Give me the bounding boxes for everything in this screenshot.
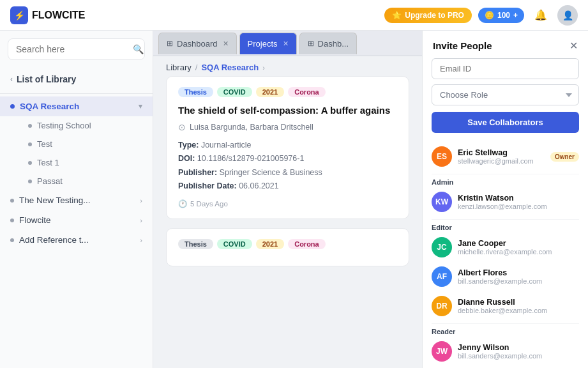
ref-title-1: The shield of self-compassion: A buffer …	[178, 103, 397, 117]
library-header[interactable]: ‹ List of Library	[0, 68, 153, 91]
sidebar-divider	[0, 93, 153, 94]
test-label: Test	[37, 139, 52, 149]
email-input[interactable]	[432, 58, 579, 79]
invite-title: Invite People	[433, 40, 492, 51]
collab-item-jenny1: JW Jenny Wilson bill.sanders@example.com	[432, 337, 579, 366]
section-editor-label: Editor	[432, 224, 579, 231]
dot-gray	[10, 218, 14, 222]
content-area: ⊞ Dashboard ✕ Projects ✕ ⊞ Dashb... Libr…	[153, 31, 422, 368]
collab-name-kristin: Kristin Watson	[458, 194, 579, 203]
tab-dashb[interactable]: ⊞ Dashb...	[299, 33, 357, 54]
top-navigation: ⚡ FLOWCITE ⭐ Upgrade to PRO 🪙 100 + 🔔 👤	[0, 0, 588, 31]
coins-button[interactable]: 🪙 100 +	[478, 8, 524, 23]
chevron-right-icon: ›	[140, 236, 142, 244]
flowcite-label: Flowcite	[19, 215, 51, 225]
save-collaborators-button[interactable]: Save Collaborators	[432, 112, 579, 133]
sidebar-item-add-reference[interactable]: Add Reference t... ›	[0, 230, 153, 250]
avatar-dianne: DR	[432, 296, 452, 316]
collab-info-jenny1: Jenny Wilson bill.sanders@example.com	[458, 343, 579, 360]
sub-items: Testing School Test Test 1 Passat	[0, 116, 153, 190]
panel-close-button[interactable]: ✕	[569, 40, 578, 52]
tabs-bar: ⊞ Dashboard ✕ Projects ✕ ⊞ Dashb...	[153, 31, 422, 56]
testing-school-label: Testing School	[37, 121, 91, 130]
tab-dashboard-label: Dashboard	[177, 39, 218, 49]
ref-meta-1: Type: Journal-article DOI: 10.1186/s1287…	[178, 139, 397, 193]
back-chevron-icon: ‹	[10, 75, 13, 84]
search-box[interactable]: 🔍	[8, 38, 145, 60]
app-logo[interactable]: ⚡ FLOWCITE	[10, 6, 86, 24]
collab-info-eric: Eric Stellwag stellwageric@gmail.com	[458, 148, 545, 165]
sub-dot	[28, 124, 32, 128]
breadcrumb-library[interactable]: Library	[166, 63, 192, 72]
avatar-icon: 👤	[562, 10, 573, 20]
avatar-kristin: KW	[432, 192, 452, 212]
breadcrumb-arrow: ›	[262, 64, 265, 72]
sidebar-item-flowcite[interactable]: Flowcite ›	[0, 210, 153, 230]
main-layout: 🔍 ‹ List of Library SQA Research ▾ Testi…	[0, 31, 588, 368]
role-select[interactable]: Choose Role Owner Admin Editor Reader	[432, 84, 579, 105]
tab-projects[interactable]: Projects ✕	[239, 33, 297, 54]
new-testing-label: The New Testing...	[19, 195, 91, 205]
section-reader-label: Reader	[432, 328, 579, 335]
panel-header: Invite People ✕	[423, 31, 588, 58]
collab-email-albert: bill.sanders@example.com	[458, 277, 579, 285]
tag-covid: COVID	[217, 87, 252, 97]
sidebar: 🔍 ‹ List of Library SQA Research ▾ Testi…	[0, 31, 153, 368]
user-avatar-button[interactable]: 👤	[557, 5, 578, 26]
collab-info-kristin: Kristin Watson kenzi.lawson@example.com	[458, 194, 579, 210]
tag-thesis: Thesis	[178, 87, 213, 97]
notification-icon: 🔔	[534, 9, 547, 21]
sub-dot	[28, 180, 32, 183]
tab-dashboard-close[interactable]: ✕	[223, 40, 229, 48]
search-input[interactable]	[16, 44, 128, 54]
tags-row-1: Thesis COVID 2021 Corona	[178, 87, 397, 97]
upgrade-label: Upgrade to PRO	[405, 11, 464, 20]
collab-info-albert: Albert Flores bill.sanders@example.com	[458, 268, 579, 285]
ref-authors-1: ⊙ Luisa Bargunda, Barbara Dritschell	[178, 122, 397, 132]
sidebar-item-new-testing[interactable]: The New Testing... ›	[0, 190, 153, 210]
owner-badge: Owner	[550, 152, 579, 162]
search-icon: 🔍	[133, 44, 144, 54]
author-names-1: Luisa Bargunda, Barbara Dritschell	[190, 123, 313, 132]
collab-name-eric: Eric Stellwag	[458, 148, 545, 157]
time-ago-1: 5 Days Ago	[190, 200, 228, 208]
collab-info-dianne: Dianne Russell debbie.baker@example.com	[458, 298, 579, 314]
collab-item-dianne: DR Dianne Russell debbie.baker@example.c…	[432, 291, 579, 321]
sqa-research-label: SQA Research	[20, 102, 79, 111]
chevron-right-icon: ›	[140, 217, 142, 224]
sidebar-item-test[interactable]: Test	[18, 135, 153, 153]
tab-projects-label: Projects	[248, 39, 278, 49]
logo-icon: ⚡	[10, 6, 28, 24]
invite-panel: Invite People ✕ Choose Role Owner Admin …	[422, 31, 588, 368]
upgrade-button[interactable]: ⭐ Upgrade to PRO	[384, 8, 472, 23]
tag-thesis-2: Thesis	[178, 239, 213, 249]
tags-row-2: Thesis COVID 2021 Corona	[178, 239, 397, 249]
tab-dashb-icon: ⊞	[308, 39, 314, 48]
sidebar-item-sqa-research[interactable]: SQA Research ▾	[0, 96, 153, 116]
coins-count: 100	[497, 11, 510, 20]
collab-item-albert: AF Albert Flores bill.sanders@example.co…	[432, 262, 579, 291]
sidebar-item-testing-school[interactable]: Testing School	[18, 116, 153, 135]
clock-icon: 🕐	[178, 199, 187, 208]
section-admin-label: Admin	[432, 178, 579, 186]
reference-card-1: Thesis COVID 2021 Corona The shield of s…	[166, 76, 409, 219]
divider	[432, 219, 579, 220]
sub-dot	[28, 142, 32, 146]
tag-corona: Corona	[288, 87, 326, 97]
sub-dot	[28, 161, 32, 165]
scroll-content: Thesis COVID 2021 Corona The shield of s…	[153, 76, 422, 368]
collab-info-jane: Jane Cooper michelle.rivera@example.com	[458, 239, 579, 256]
nav-right: ⭐ Upgrade to PRO 🪙 100 + 🔔 👤	[384, 5, 578, 26]
collab-email-jenny1: bill.sanders@example.com	[458, 352, 579, 360]
tab-projects-close[interactable]: ✕	[283, 40, 289, 48]
avatar-eric: ES	[432, 146, 452, 167]
tab-dashboard[interactable]: ⊞ Dashboard ✕	[158, 33, 237, 54]
sidebar-item-test1[interactable]: Test 1	[18, 153, 153, 172]
sidebar-item-passat[interactable]: Passat	[18, 172, 153, 190]
upgrade-icon: ⭐	[392, 11, 402, 20]
collab-email-jane: michelle.rivera@example.com	[458, 248, 579, 256]
add-reference-label: Add Reference t...	[19, 235, 89, 245]
avatar-jenny1: JW	[432, 341, 452, 362]
notification-button[interactable]: 🔔	[531, 5, 551, 26]
tab-dashb-label: Dashb...	[318, 39, 349, 49]
